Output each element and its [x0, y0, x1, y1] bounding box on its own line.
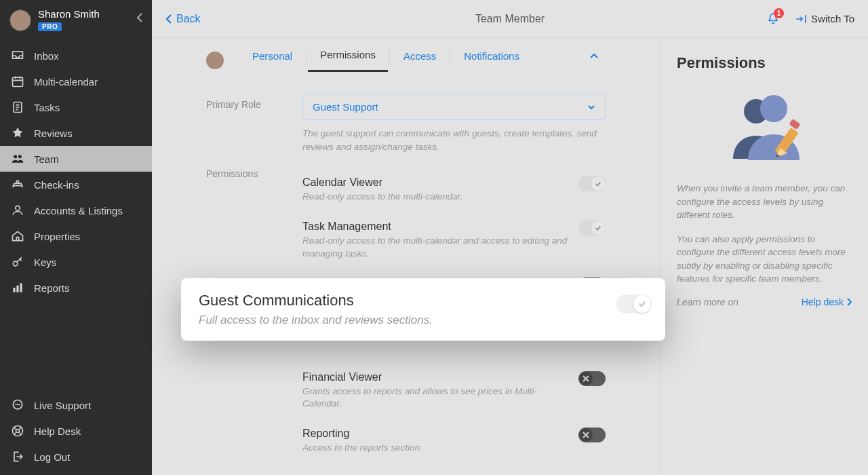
permission-toggle[interactable] [578, 176, 606, 191]
switch-icon [795, 13, 807, 25]
nav-icon [11, 49, 24, 62]
nav-label: Tasks [34, 102, 60, 113]
nav-label: Log Out [34, 451, 70, 463]
member-avatar[interactable] [206, 52, 224, 69]
nav-icon [11, 424, 24, 438]
x-icon [582, 431, 590, 439]
primary-role-value: Guest Support [313, 101, 378, 113]
user-avatar[interactable] [9, 10, 31, 31]
form: Primary Role Guest Support The guest sup… [152, 72, 660, 475]
permission-desc: Access to the reports section. [302, 442, 422, 455]
primary-role-field: Guest Support The guest support can comm… [302, 94, 606, 153]
main: Back Team Member 1 Switch To PersonalPer… [152, 0, 868, 475]
center-column: PersonalPermissionsAccessNotifications P… [152, 38, 660, 475]
notifications-button[interactable]: 1 [766, 12, 780, 26]
nav-label: Reviews [34, 128, 73, 139]
nav-icon [11, 204, 24, 217]
sidebar-item-help-desk[interactable]: Help Desk [0, 418, 152, 444]
chevron-right-icon [846, 298, 852, 306]
top-actions: 1 Switch To [766, 12, 854, 26]
switch-to-button[interactable]: Switch To [795, 13, 854, 25]
check-icon [594, 180, 602, 188]
right-p1: When you invite a team member, you can c… [677, 182, 852, 222]
permission-row: Task ManagementRead-only access to the m… [302, 212, 606, 269]
svg-point-15 [16, 430, 20, 433]
tab-separator [306, 50, 307, 62]
sidebar-item-inbox[interactable]: Inbox [0, 43, 152, 69]
permission-desc: Grants access to reports and allows to s… [302, 385, 568, 411]
svg-rect-9 [20, 283, 22, 292]
permission-title: Calendar Viewer [302, 176, 463, 189]
sidebar-item-log-out[interactable]: Log Out [0, 444, 152, 470]
toggle-knob [579, 372, 593, 385]
svg-rect-7 [13, 288, 15, 292]
nav-label: Reports [34, 282, 70, 294]
primary-role-row: Primary Role Guest Support The guest sup… [206, 94, 606, 153]
nav-label: Live Support [34, 400, 91, 411]
chevron-down-icon [587, 104, 595, 111]
toggle-knob [591, 221, 605, 235]
tab-access[interactable]: Access [391, 50, 448, 71]
nav-label: Check-ins [34, 179, 79, 191]
permission-desc: Read-only access to the multi-calendar a… [302, 235, 568, 261]
svg-point-3 [18, 155, 22, 158]
callout-toggle[interactable] [616, 294, 652, 314]
primary-role-hint: The guest support can communicate with g… [302, 127, 606, 153]
nav-icon [11, 281, 24, 294]
permission-title: Financial Viewer [302, 371, 568, 383]
sidebar-item-reports[interactable]: Reports [0, 275, 152, 301]
sidebar-item-tasks[interactable]: Tasks [0, 94, 152, 120]
nav-label: Accounts & Listings [34, 205, 123, 216]
switch-to-label: Switch To [811, 13, 854, 24]
svg-point-5 [16, 206, 20, 210]
chevron-left-icon [165, 14, 172, 24]
user-block: Sharon Smith PRO [38, 8, 100, 32]
permission-toggle[interactable] [578, 221, 606, 235]
sidebar-item-team[interactable]: Team [0, 146, 152, 172]
nav-icon [11, 126, 24, 140]
x-icon [582, 375, 590, 383]
permission-text: Financial ViewerGrants access to reports… [302, 371, 568, 411]
toggle-knob [579, 428, 593, 442]
permission-text: Calendar ViewerRead-only access to the m… [302, 176, 463, 204]
sidebar-item-properties[interactable]: Properties [0, 223, 152, 249]
help-desk-link[interactable]: Help desk [802, 297, 852, 307]
svg-point-13 [18, 404, 20, 405]
nav-icon [11, 178, 24, 191]
svg-point-2 [14, 155, 17, 158]
permission-title: Reporting [302, 428, 422, 440]
back-button[interactable]: Back [165, 13, 201, 25]
permission-desc: Read-only access to the multi-calendar. [302, 191, 463, 204]
sidebar-item-reviews[interactable]: Reviews [0, 120, 152, 146]
primary-role-select[interactable]: Guest Support [302, 94, 606, 120]
sidebar-item-live-support[interactable]: Live Support [0, 392, 152, 418]
permission-toggle[interactable] [578, 371, 606, 386]
user-name: Sharon Smith [38, 8, 100, 20]
nav-label: Inbox [34, 50, 59, 62]
right-title: Permissions [677, 54, 852, 72]
nav-label: Keys [34, 256, 56, 268]
nav-list: InboxMulti-calendarTasksReviewsTeamCheck… [0, 43, 152, 301]
people-pencil-icon [717, 84, 812, 166]
sidebar-item-multi-calendar[interactable]: Multi-calendar [0, 69, 152, 94]
svg-point-4 [16, 180, 18, 183]
sidebar-collapse-button[interactable] [136, 12, 144, 23]
tab-personal[interactable]: Personal [240, 50, 304, 71]
help-desk-label: Help desk [802, 297, 844, 307]
chevron-left-icon [136, 12, 144, 23]
tabs-collapse-button[interactable] [589, 53, 599, 68]
right-p2: You can also apply permissions to config… [677, 233, 852, 286]
permission-toggle[interactable] [578, 428, 606, 442]
permission-callout: Guest Communications Full access to the … [181, 278, 665, 341]
sidebar-item-accounts-listings[interactable]: Accounts & Listings [0, 197, 152, 223]
toggle-knob [591, 177, 605, 191]
sidebar-item-check-ins[interactable]: Check-ins [0, 172, 152, 197]
tab-permissions[interactable]: Permissions [308, 49, 388, 72]
tab-notifications[interactable]: Notifications [452, 50, 532, 71]
nav-icon [11, 152, 24, 166]
svg-rect-8 [16, 286, 18, 292]
nav-icon [11, 75, 24, 88]
permission-row: Calendar ViewerRead-only access to the m… [302, 168, 606, 212]
pro-badge: PRO [38, 22, 62, 31]
sidebar-item-keys[interactable]: Keys [0, 249, 152, 275]
